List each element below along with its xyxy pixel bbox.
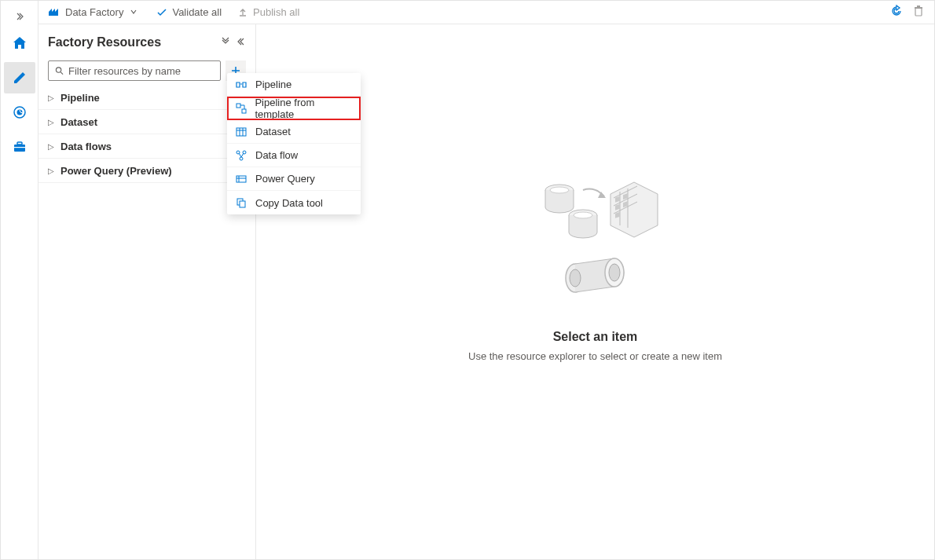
svg-rect-29 xyxy=(242,109,246,113)
discard-button xyxy=(912,5,925,20)
svg-rect-6 xyxy=(915,8,922,16)
chevron-down-icon[interactable] xyxy=(130,8,138,17)
caret-icon: ▷ xyxy=(48,167,54,175)
nav-author[interactable] xyxy=(4,62,35,93)
expand-nav-icon[interactable] xyxy=(1,7,38,26)
dropdown-item-dataset[interactable]: Dataset xyxy=(227,120,361,144)
empty-state-illustration xyxy=(516,174,673,316)
svg-point-13 xyxy=(574,212,592,218)
new-resource-dropdown: Pipeline Pipeline from template Dataset … xyxy=(227,73,361,214)
dropdown-item-dataflow[interactable]: Data flow xyxy=(227,144,361,167)
template-icon xyxy=(235,102,247,115)
search-icon xyxy=(55,66,64,75)
svg-rect-30 xyxy=(236,128,246,136)
svg-rect-4 xyxy=(14,147,25,148)
dataset-icon xyxy=(235,126,248,138)
nav-manage[interactable] xyxy=(4,131,35,163)
empty-subtitle: Use the resource explorer to select or c… xyxy=(468,350,722,362)
svg-rect-8 xyxy=(917,5,920,7)
svg-rect-7 xyxy=(915,7,922,9)
dropdown-item-copydata[interactable]: Copy Data tool xyxy=(227,191,361,214)
svg-point-36 xyxy=(240,157,243,160)
svg-point-27 xyxy=(570,269,581,287)
monitor-icon xyxy=(13,105,27,119)
toolbox-icon xyxy=(13,140,27,154)
svg-rect-37 xyxy=(236,176,246,182)
collapse-panel-icon[interactable] xyxy=(236,35,246,49)
dropdown-item-pipeline[interactable]: Pipeline xyxy=(227,73,361,97)
svg-rect-3 xyxy=(17,142,22,145)
filter-input[interactable] xyxy=(68,65,214,77)
tree-item-powerquery[interactable]: ▷ Power Query (Preview) xyxy=(38,159,255,183)
nav-home[interactable] xyxy=(4,27,35,59)
copydata-icon xyxy=(235,196,248,209)
resources-panel: Factory Resources ▷ Pipeline xyxy=(38,24,256,559)
dataflow-icon xyxy=(235,149,248,162)
svg-rect-41 xyxy=(240,201,245,207)
publish-all-button: Publish all xyxy=(233,6,304,18)
tree-item-dataflows[interactable]: ▷ Data flows xyxy=(38,134,255,159)
dropdown-item-powerquery[interactable]: Power Query xyxy=(227,167,361,191)
tree-item-pipeline[interactable]: ▷ Pipeline xyxy=(38,86,255,110)
panel-title: Factory Resources xyxy=(48,35,161,49)
nav-monitor[interactable] xyxy=(4,97,35,128)
expand-all-icon[interactable] xyxy=(221,35,230,49)
svg-point-26 xyxy=(609,264,620,281)
upload-icon xyxy=(237,7,248,18)
validate-all-button[interactable]: Validate all xyxy=(152,6,226,18)
search-box[interactable] xyxy=(48,60,221,81)
top-toolbar: Data Factory Validate all Publish all xyxy=(38,1,934,24)
tree-item-dataset[interactable]: ▷ Dataset xyxy=(38,110,255,134)
powerquery-icon xyxy=(235,173,248,185)
app-label[interactable]: Data Factory xyxy=(65,6,123,18)
dropdown-item-pipeline-template[interactable]: Pipeline from template xyxy=(227,97,361,120)
svg-point-11 xyxy=(550,187,569,193)
svg-rect-5 xyxy=(49,12,58,16)
pencil-icon xyxy=(13,71,27,85)
checkmark-icon xyxy=(156,7,167,18)
factory-icon xyxy=(48,5,59,20)
svg-point-9 xyxy=(56,68,60,72)
svg-rect-28 xyxy=(236,104,240,108)
svg-rect-2 xyxy=(14,145,25,152)
caret-icon: ▷ xyxy=(48,118,54,126)
caret-icon: ▷ xyxy=(48,93,54,102)
left-navigation xyxy=(1,1,38,559)
empty-state: Select an item Use the resource explorer… xyxy=(468,174,722,362)
home-icon xyxy=(12,35,28,51)
refresh-button[interactable] xyxy=(890,5,903,20)
empty-title: Select an item xyxy=(553,330,638,344)
caret-icon: ▷ xyxy=(48,142,54,151)
pipeline-icon xyxy=(235,79,248,91)
